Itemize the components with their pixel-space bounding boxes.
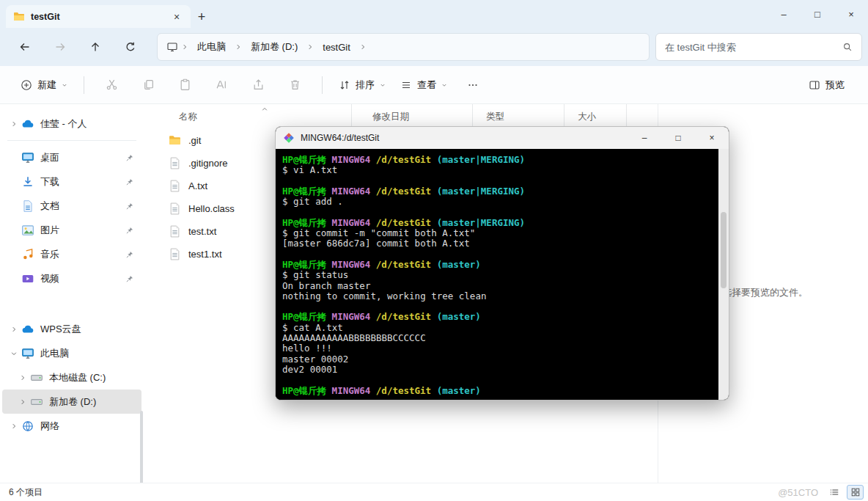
file-icon	[169, 202, 181, 215]
copy-button[interactable]	[133, 73, 163, 98]
column-header-name[interactable]: 名称	[166, 104, 352, 129]
terminal-maximize-button[interactable]: □	[661, 127, 695, 149]
sidebar-item-documents[interactable]: 文档	[2, 194, 141, 218]
chevron-right-icon	[15, 398, 30, 406]
column-header-size[interactable]: 大小	[564, 104, 627, 129]
status-bar: 6 个项目 @51CTO	[0, 483, 868, 501]
preview-button[interactable]: 预览	[801, 73, 852, 98]
sidebar-item-desktop[interactable]: 桌面	[2, 145, 141, 169]
back-icon	[19, 41, 31, 53]
terminal-scrollbar-thumb[interactable]	[721, 212, 727, 288]
sidebar-item-wps-cloud[interactable]: WPS云盘	[2, 317, 141, 341]
paste-button[interactable]	[170, 73, 199, 98]
chevron-down-icon	[7, 350, 21, 357]
git-bash-icon	[283, 132, 295, 144]
terminal-line	[282, 375, 716, 385]
terminal-line: dev2 00001	[282, 365, 716, 375]
desktop-icon	[21, 151, 34, 164]
new-button[interactable]: 新建	[13, 73, 75, 98]
more-icon	[467, 79, 479, 91]
view-button[interactable]: 查看	[393, 73, 455, 98]
chevron-down-icon	[441, 82, 447, 88]
terminal-line: HP@锟斤拷 MINGW64 /d/testGit (master)	[282, 312, 716, 322]
chevron-right-icon	[306, 43, 314, 51]
sidebar-item-label: 桌面	[40, 151, 59, 164]
terminal-output[interactable]: HP@锟斤拷 MINGW64 /d/testGit (master|MERGIN…	[276, 149, 718, 401]
cloud-icon	[21, 323, 34, 336]
column-header-type[interactable]: 类型	[473, 104, 564, 129]
cut-button[interactable]	[97, 73, 126, 98]
sidebar-item-label: 佳莹 - 个人	[40, 117, 87, 131]
terminal-minimize-button[interactable]: –	[628, 127, 661, 149]
pin-icon	[125, 250, 134, 259]
navigation-bar: 此电脑 新加卷 (D:) testGit	[0, 28, 868, 66]
forward-button[interactable]	[47, 34, 73, 60]
chevron-down-icon	[380, 82, 386, 88]
download-icon	[21, 175, 34, 189]
file-name: Hello.class	[188, 203, 235, 214]
sidebar-item-label: WPS云盘	[40, 323, 81, 336]
sidebar-item-profile[interactable]: 佳莹 - 个人	[2, 111, 141, 136]
more-button[interactable]	[458, 73, 488, 98]
window-minimize-button[interactable]: –	[767, 0, 801, 28]
terminal-line: [master 686dc7a] commit both A.txt	[282, 238, 716, 249]
terminal-scrollbar[interactable]	[718, 149, 729, 401]
file-name: .git	[188, 135, 201, 146]
sidebar-item-videos[interactable]: 视频	[2, 266, 141, 290]
sidebar-item-downloads[interactable]: 下载	[2, 169, 141, 194]
tab-testgit[interactable]: testGit ×	[6, 5, 191, 28]
sidebar-item-label: 本地磁盘 (C:)	[49, 371, 106, 384]
terminal-close-button[interactable]: ×	[695, 127, 729, 149]
sort-button[interactable]: 排序	[331, 73, 393, 98]
large-icons-view-button[interactable]	[847, 485, 864, 500]
network-icon	[21, 420, 34, 433]
status-bar-right: @51CTO	[778, 485, 864, 500]
terminal-line: On branch master	[282, 281, 716, 291]
pin-icon	[125, 202, 134, 211]
share-button[interactable]	[243, 73, 273, 98]
sort-icon	[339, 79, 350, 91]
copy-icon	[142, 78, 155, 91]
tab-close-icon[interactable]: ×	[170, 10, 183, 23]
file-icon	[169, 180, 181, 192]
window-close-button[interactable]: ×	[834, 0, 868, 28]
search-box	[655, 33, 862, 61]
sidebar-item-this-pc[interactable]: 此电脑	[2, 341, 141, 365]
terminal-line	[282, 176, 716, 186]
forward-icon	[54, 41, 66, 53]
sidebar-item-music[interactable]: 音乐	[2, 242, 141, 266]
toolbar-separator	[322, 76, 323, 94]
details-view-button[interactable]	[825, 485, 842, 500]
delete-button[interactable]	[280, 73, 309, 98]
sidebar-item-drive-d[interactable]: 新加卷 (D:)	[2, 390, 141, 414]
file-explorer-window: testGit × + – □ × 此电脑 新加卷 (D:) testGit	[0, 0, 868, 501]
items-count: 6 个项目	[9, 486, 43, 499]
column-label: 大小	[564, 111, 596, 123]
window-maximize-button[interactable]: □	[801, 0, 834, 28]
sidebar-item-drive-c[interactable]: 本地磁盘 (C:)	[2, 365, 141, 390]
rename-button[interactable]	[207, 73, 236, 98]
column-header-date-modified[interactable]: 修改日期	[352, 104, 473, 129]
sidebar: 佳莹 - 个人 桌面 下载 文档 图片	[0, 104, 144, 483]
search-icon	[842, 42, 853, 52]
back-button[interactable]	[12, 34, 38, 60]
sidebar-item-label: 音乐	[40, 248, 59, 261]
breadcrumb: 此电脑 新加卷 (D:) testGit	[157, 33, 650, 61]
refresh-button[interactable]	[117, 34, 144, 60]
search-input[interactable]	[665, 42, 842, 53]
this-pc-icon	[166, 41, 178, 53]
terminal-window[interactable]: MINGW64:/d/testGit – □ × HP@锟斤拷 MINGW64 …	[275, 126, 729, 401]
terminal-line: $ git commit -m "commit both A.txt"	[282, 228, 716, 238]
breadcrumb-drive-d[interactable]: 新加卷 (D:)	[245, 37, 304, 56]
up-button[interactable]	[82, 34, 108, 60]
sidebar-item-pictures[interactable]: 图片	[2, 218, 141, 242]
breadcrumb-testgit[interactable]: testGit	[317, 39, 356, 56]
sidebar-item-network[interactable]: 网络	[2, 414, 141, 438]
video-icon	[21, 272, 34, 285]
terminal-title-bar[interactable]: MINGW64:/d/testGit – □ ×	[276, 127, 729, 149]
new-tab-button[interactable]: +	[191, 6, 213, 28]
terminal-line: $ git status	[282, 270, 716, 280]
terminal-line	[282, 207, 716, 217]
breadcrumb-this-pc[interactable]: 此电脑	[191, 37, 232, 56]
chevron-right-icon	[7, 326, 21, 333]
